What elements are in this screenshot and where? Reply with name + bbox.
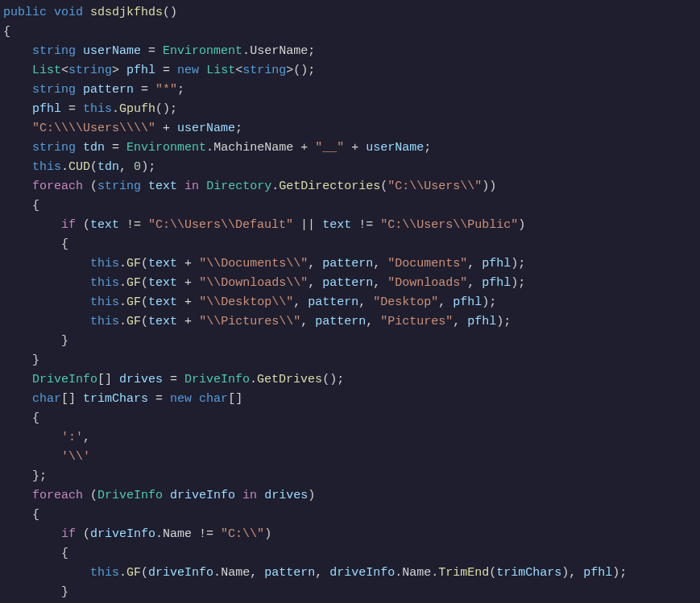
brace: {: [32, 199, 39, 213]
token: (): [163, 6, 177, 19]
token: +: [177, 315, 199, 328]
token: DriveInfo: [32, 373, 97, 386]
token: driveInfo: [90, 527, 155, 541]
brace: {: [32, 411, 39, 425]
token: (: [76, 218, 90, 232]
token: Name: [402, 566, 431, 580]
token: TrimEnd: [438, 566, 489, 580]
token: this: [90, 276, 119, 290]
brace: {: [32, 508, 39, 522]
token: pattern: [315, 315, 366, 328]
token: (: [141, 257, 148, 271]
token: Environment: [126, 141, 206, 155]
token: UserName: [250, 44, 308, 58]
token: );: [482, 295, 496, 309]
token: (: [90, 160, 97, 174]
token: Name: [221, 566, 250, 580]
token: foreach: [32, 489, 83, 502]
token: DriveInfo: [184, 373, 250, 386]
token: );: [612, 566, 627, 580]
token: =: [61, 102, 83, 116]
token: userName: [177, 122, 235, 135]
token: ,: [300, 315, 315, 328]
token: pfhl: [482, 257, 511, 271]
token: this: [32, 160, 61, 174]
token: ,: [373, 257, 387, 271]
token: <: [235, 64, 242, 77]
token: drives: [119, 373, 163, 386]
token: "Pictures": [380, 315, 453, 328]
token: ,: [366, 315, 380, 328]
brace: {: [61, 237, 68, 251]
token: .: [250, 373, 257, 386]
token: (: [141, 295, 148, 309]
token: ,: [308, 276, 322, 290]
token: .: [119, 276, 126, 290]
token: "C:\\Users\\Default": [148, 218, 293, 232]
token: driveInfo: [148, 566, 213, 580]
token: =: [163, 373, 184, 386]
token: .: [431, 566, 438, 580]
token: userName: [366, 141, 424, 155]
token: "C:\\": [221, 527, 264, 541]
token: .: [213, 566, 221, 580]
token: GF: [126, 566, 141, 580]
token: pfhl: [453, 295, 482, 309]
token: ,: [438, 295, 453, 309]
token: text: [148, 276, 177, 290]
token: this: [90, 566, 119, 580]
token: text: [322, 218, 351, 232]
token: ();: [155, 102, 177, 116]
token: ;: [424, 141, 431, 155]
token: DriveInfo: [97, 489, 163, 502]
token: pattern: [83, 83, 134, 97]
token: >();: [286, 64, 315, 77]
token: +: [177, 257, 199, 271]
token: "\\Pictures\\": [199, 315, 300, 328]
token: "Desktop": [373, 295, 438, 309]
token: "C:\\\\Users\\\\": [32, 122, 155, 135]
token: List: [32, 64, 61, 77]
token: .: [119, 566, 126, 580]
token: []: [228, 392, 242, 406]
token: string: [68, 64, 112, 77]
token: pfhl: [482, 276, 511, 290]
token: this: [90, 315, 119, 328]
token: !=: [119, 218, 148, 232]
token: text: [90, 218, 119, 232]
token: .: [119, 295, 126, 309]
token: =: [155, 64, 177, 77]
token: =: [141, 44, 163, 58]
token: (: [83, 180, 97, 193]
brace: {: [61, 547, 68, 560]
token: string: [32, 141, 76, 155]
token: new: [170, 392, 192, 406]
token: string: [32, 83, 76, 97]
token: []: [61, 392, 83, 406]
token: ): [264, 527, 271, 541]
token: char: [199, 392, 228, 406]
token: ,: [308, 257, 322, 271]
token: in: [242, 489, 257, 502]
token: GF: [126, 315, 141, 328]
token: (: [141, 566, 148, 580]
token: ,: [315, 566, 329, 580]
token: ||: [293, 218, 322, 232]
token: .: [112, 102, 119, 116]
token: [199, 64, 206, 77]
token: (: [141, 276, 148, 290]
token: pfhl: [583, 566, 612, 580]
token: string: [242, 64, 286, 77]
token: pattern: [308, 295, 358, 309]
token: );: [511, 276, 525, 290]
token: .: [119, 315, 126, 328]
token: text: [148, 295, 177, 309]
token: pfhl: [467, 315, 496, 328]
token: char: [32, 392, 61, 406]
token: ;: [177, 83, 184, 97]
token: ':': [61, 431, 83, 444]
token: "Documents": [387, 257, 467, 271]
token: >: [112, 64, 126, 77]
token: "Downloads": [387, 276, 467, 290]
token: ,: [250, 566, 264, 580]
